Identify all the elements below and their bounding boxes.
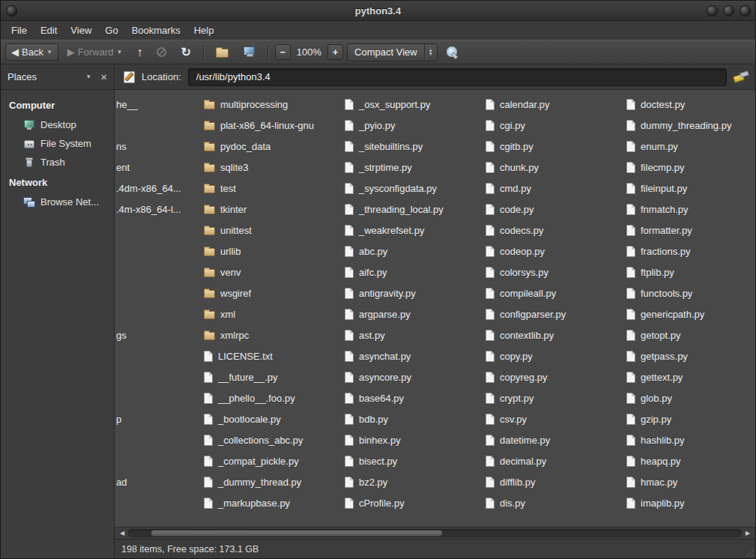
file-item[interactable]: __phello__.foo.py	[202, 387, 343, 408]
file-item[interactable]: decimal.py	[484, 450, 625, 471]
file-item[interactable]: fnmatch.py	[625, 199, 755, 220]
file-item[interactable]: _pyio.py	[343, 115, 484, 136]
file-item[interactable]: cProfile.py	[343, 492, 484, 513]
close-side-pane-icon[interactable]: ×	[100, 71, 107, 82]
minimize-button[interactable]	[707, 5, 718, 16]
file-item[interactable]: contextlib.py	[484, 324, 625, 345]
file-item-clipped[interactable]: gs	[115, 324, 202, 345]
close-button[interactable]	[740, 5, 751, 16]
file-item[interactable]: xml	[202, 303, 343, 324]
file-item[interactable]: gzip.py	[625, 408, 755, 429]
titlebar[interactable]: python3.4	[1, 1, 755, 21]
menu-view[interactable]: View	[64, 22, 97, 38]
file-item[interactable]: abc.py	[343, 241, 484, 262]
file-item[interactable]: difflib.py	[484, 471, 625, 492]
file-item-clipped[interactable]: p	[115, 408, 202, 429]
back-button[interactable]: ◀ Back ▼	[5, 43, 58, 61]
file-item-clipped[interactable]: .4dm-x86_64...	[115, 178, 202, 199]
file-item[interactable]: _sysconfigdata.py	[343, 178, 484, 199]
file-item[interactable]: binhex.py	[343, 429, 484, 450]
file-item[interactable]: dis.py	[484, 492, 625, 513]
file-item[interactable]: test	[202, 178, 343, 199]
reload-button[interactable]: ↻	[175, 44, 196, 61]
file-item[interactable]: _collections_abc.py	[202, 429, 343, 450]
file-item[interactable]: tkinter	[202, 199, 343, 220]
file-item[interactable]: datetime.py	[484, 429, 625, 450]
file-item[interactable]: formatter.py	[625, 220, 755, 241]
file-item[interactable]: _markupbase.py	[202, 492, 343, 513]
scroll-left-arrow-icon[interactable]: ◀	[116, 528, 128, 540]
back-history-caret-icon[interactable]: ▼	[46, 49, 52, 55]
forward-button[interactable]: ▶ Forward ▼	[62, 44, 128, 60]
file-item[interactable]: cmd.py	[484, 178, 625, 199]
show-desktop-button[interactable]	[238, 44, 261, 60]
file-item[interactable]: wsgiref	[202, 282, 343, 303]
path-input[interactable]	[188, 68, 727, 86]
file-item[interactable]: __future__.py	[202, 366, 343, 387]
menu-bookmarks[interactable]: Bookmarks	[126, 22, 187, 38]
file-item[interactable]: asyncore.py	[343, 366, 484, 387]
file-item[interactable]: asynchat.py	[343, 345, 484, 366]
chevron-down-icon[interactable]: ▼	[85, 73, 91, 80]
file-item[interactable]: heapq.py	[625, 450, 755, 471]
file-item[interactable]: _weakrefset.py	[343, 220, 484, 241]
view-mode-select[interactable]: Compact View ▲▼	[347, 43, 438, 61]
file-item[interactable]: compileall.py	[484, 282, 625, 303]
forward-history-caret-icon[interactable]: ▼	[117, 49, 123, 55]
file-item[interactable]: pydoc_data	[202, 136, 343, 157]
edit-path-icon[interactable]	[123, 70, 136, 83]
file-item[interactable]: fractions.py	[625, 241, 755, 262]
file-item[interactable]: antigravity.py	[343, 282, 484, 303]
sidebar-item-trash[interactable]: Trash	[1, 153, 114, 172]
file-item[interactable]: codeop.py	[484, 241, 625, 262]
sidebar-item-desktop[interactable]: Desktop	[1, 115, 114, 134]
file-item[interactable]: ast.py	[343, 324, 484, 345]
file-item[interactable]: argparse.py	[343, 303, 484, 324]
file-item[interactable]: _sitebuiltins.py	[343, 136, 484, 157]
file-item[interactable]: copy.py	[484, 345, 625, 366]
file-item[interactable]: crypt.py	[484, 387, 625, 408]
resize-grip[interactable]	[744, 547, 754, 557]
file-item[interactable]: gettext.py	[625, 366, 755, 387]
file-item[interactable]: aifc.py	[343, 262, 484, 282]
menu-file[interactable]: File	[5, 22, 33, 38]
file-item[interactable]: _bootlocale.py	[202, 408, 343, 429]
file-item[interactable]: getopt.py	[625, 324, 755, 345]
file-item-clipped[interactable]: ent	[115, 157, 202, 178]
file-item[interactable]: urllib	[202, 241, 343, 262]
file-item-clipped[interactable]: ad	[115, 471, 202, 492]
file-item[interactable]: _compat_pickle.py	[202, 450, 343, 471]
horizontal-scrollbar[interactable]: ◀ ▶	[115, 527, 755, 539]
file-item[interactable]: cgi.py	[484, 115, 625, 136]
file-item[interactable]: codecs.py	[484, 220, 625, 241]
file-item[interactable]: ftplib.py	[625, 262, 755, 282]
file-item[interactable]: csv.py	[484, 408, 625, 429]
spinner-arrows-icon[interactable]: ▲▼	[424, 44, 437, 61]
file-item[interactable]: hashlib.py	[625, 429, 755, 450]
stop-button[interactable]	[151, 45, 172, 59]
search-icon[interactable]	[446, 46, 459, 58]
file-item[interactable]: fileinput.py	[625, 178, 755, 199]
file-item[interactable]: bisect.py	[343, 450, 484, 471]
menu-edit[interactable]: Edit	[34, 22, 63, 38]
file-item[interactable]: _threading_local.py	[343, 199, 484, 220]
file-item[interactable]: copyreg.py	[484, 366, 625, 387]
scroll-right-arrow-icon[interactable]: ▶	[742, 528, 754, 540]
file-item[interactable]: _osx_support.py	[343, 94, 484, 115]
file-item[interactable]: enum.py	[625, 136, 755, 157]
file-item-clipped[interactable]: he__	[115, 94, 202, 115]
file-item[interactable]: functools.py	[625, 282, 755, 303]
file-item[interactable]: _dummy_thread.py	[202, 471, 343, 492]
file-item-clipped[interactable]: ns	[115, 136, 202, 157]
zoom-out-button[interactable]: −	[275, 44, 291, 60]
file-item[interactable]: sqlite3	[202, 157, 343, 178]
file-item[interactable]: dummy_threading.py	[625, 115, 755, 136]
file-item[interactable]: bz2.py	[343, 471, 484, 492]
scrollbar-trough[interactable]	[128, 529, 742, 537]
file-item[interactable]: cgitb.py	[484, 136, 625, 157]
file-item[interactable]: genericpath.py	[625, 303, 755, 324]
side-pane-mode-select[interactable]: Places ▼ ×	[1, 64, 115, 89]
file-item[interactable]: hmac.py	[625, 471, 755, 492]
file-item[interactable]: bdb.py	[343, 408, 484, 429]
file-item[interactable]: _strptime.py	[343, 157, 484, 178]
